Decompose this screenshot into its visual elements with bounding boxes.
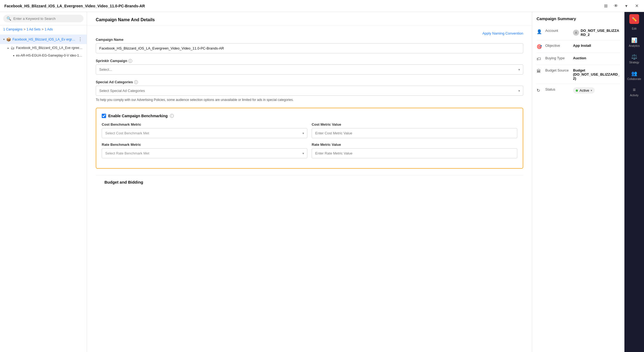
- breadcrumb-campaigns[interactable]: 1 Campaigns: [3, 27, 23, 31]
- benchmark-info-icon[interactable]: i: [170, 114, 174, 118]
- main-layout: 🔍 1 Campaigns > 1 Ad Sets > 1 Ads ▾ 📦 Fa…: [0, 12, 644, 352]
- adset-icon: 🗂: [11, 46, 14, 50]
- nav-item-analytics[interactable]: 📊 Analytics: [624, 35, 644, 50]
- close-icon[interactable]: ✕: [634, 3, 640, 9]
- budget-source-label: Budget Source: [545, 68, 570, 72]
- benchmark-cost-row: Cost Benchmark Metric Select Cost Benchm…: [102, 122, 517, 138]
- account-value: DO_NOT_USE_BLIZZARD_2: [581, 29, 620, 37]
- summary-row-budget-source: 🏛 Budget Source Budget (DO_NOT_USE_BLIZZ…: [537, 65, 620, 84]
- status-label: Status: [545, 87, 570, 91]
- special-ad-label: Special Ad Categories i: [96, 80, 523, 84]
- analytics-label: Analytics: [629, 44, 640, 47]
- benchmark-title[interactable]: Enable Campaign Benchmarking: [108, 114, 168, 118]
- tree-label-ad: es-AR-HS-EGUA-EG-Gameplay-0-V ideo-1920x…: [16, 54, 83, 57]
- status-badge[interactable]: Active ▾: [573, 87, 595, 94]
- right-panel: Campaign Summary 👤 Account A DO_NOT_USE_…: [532, 12, 624, 352]
- rate-benchmark-label: Rate Benchmark Metric: [102, 143, 307, 147]
- tree-area: ▾ 📦 Facebook_HS_Blizzard_iOS_LA_Ev ergre…: [0, 33, 87, 352]
- special-ad-info-icon[interactable]: i: [134, 80, 138, 84]
- search-input-wrap[interactable]: 🔍: [3, 15, 83, 22]
- rate-benchmark-select[interactable]: Select Rate Benchmark Met: [102, 148, 307, 158]
- summary-row-objective: 🎯 Objective App Install: [537, 40, 620, 53]
- buying-type-label: Buying Type: [545, 56, 570, 60]
- cost-benchmark-select[interactable]: Select Cost Benchmark Met: [102, 128, 307, 138]
- tree-item-ad[interactable]: ▪ es-AR-HS-EGUA-EG-Gameplay-0-V ideo-192…: [0, 52, 87, 59]
- objective-icon: 🎯: [537, 44, 542, 49]
- status-icon: ↻: [537, 88, 542, 93]
- window-title: Facebook_HS_Blizzard_iOS_LA_Evergreen_Vi…: [4, 4, 145, 8]
- campaign-name-group: Campaign Name: [96, 38, 523, 53]
- campaign-name-input[interactable]: [96, 43, 523, 53]
- chevron-icon: ▾: [3, 38, 5, 41]
- activity-label: Activity: [630, 94, 639, 97]
- title-bar: Facebook_HS_Blizzard_iOS_LA_Evergreen_Vi…: [0, 0, 644, 12]
- status-value: Active: [580, 88, 589, 92]
- status-chevron-icon: ▾: [591, 89, 592, 92]
- sprinklr-info-icon[interactable]: i: [128, 59, 132, 63]
- edit-label: Edit: [632, 27, 636, 30]
- budget-source-icon: 🏛: [537, 69, 542, 74]
- sprinklr-campaign-select[interactable]: Select...: [96, 64, 523, 75]
- tree-label-campaign: Facebook_HS_Blizzard_iOS_LA_Ev ergreen_V…: [13, 38, 75, 41]
- strategy-label: Strategy: [629, 61, 639, 64]
- search-box: 🔍: [0, 12, 87, 25]
- tree-item-adset[interactable]: ▸ 🗂 Facebook_HS_Blizzard_iOS_LA_Eve rgre…: [0, 44, 87, 52]
- edit-icon[interactable]: ✏️: [629, 14, 639, 24]
- search-input[interactable]: [13, 17, 80, 21]
- rate-benchmark-group: Rate Benchmark Metric Select Rate Benchm…: [102, 143, 307, 158]
- special-ad-select[interactable]: Select Special Ad Categories: [96, 86, 523, 96]
- account-icon-symbol: 👤: [537, 29, 542, 34]
- special-ad-select-wrap: Select Special Ad Categories: [96, 86, 523, 96]
- activity-icon: ≡: [633, 87, 636, 93]
- campaign-icon: 📦: [6, 37, 11, 42]
- summary-row-buying-type: 🏷 Buying Type Auction: [537, 53, 620, 65]
- search-icon: 🔍: [7, 16, 11, 21]
- sprinklr-campaign-label: Sprinklr Campaign i: [96, 59, 523, 63]
- rate-metric-group: Rate Metric Value: [312, 143, 517, 158]
- cost-metric-input[interactable]: [312, 128, 517, 138]
- campaign-name-label: Campaign Name: [96, 38, 523, 42]
- center-content: Campaign Name And Details Apply Naming C…: [87, 12, 532, 352]
- tree-item-campaign[interactable]: ▾ 📦 Facebook_HS_Blizzard_iOS_LA_Ev ergre…: [0, 35, 87, 44]
- budget-source-value: Budget (DO_NOT_USE_BLIZZARD_2): [573, 68, 620, 81]
- benchmark-checkbox-wrap[interactable]: [102, 114, 106, 118]
- apply-convention-row: Apply Naming Convention: [96, 31, 523, 35]
- tree-label-adset: Facebook_HS_Blizzard_iOS_LA_Eve rgreen_V…: [16, 46, 83, 50]
- breadcrumb-sep1: >: [24, 27, 26, 31]
- more-menu-button-campaign[interactable]: ⋮: [77, 36, 83, 42]
- panel-title: Campaign Summary: [537, 16, 620, 21]
- status-dot: [576, 89, 578, 92]
- breadcrumb: 1 Campaigns > 1 Ad Sets > 1 Ads: [0, 25, 87, 33]
- budget-section-title: Budget and Bidding: [96, 175, 523, 187]
- title-bar-actions: ⊞ 👁 ▾ ✕: [603, 3, 640, 9]
- summary-row-status: ↻ Status Active ▾: [537, 84, 620, 97]
- sprinklr-campaign-select-wrap: Select...: [96, 64, 523, 75]
- chevron-icon-adset: ▸: [8, 47, 9, 50]
- grid-icon[interactable]: ⊞: [603, 3, 609, 9]
- special-ad-hint: To help you comply with our Advertising …: [96, 97, 523, 102]
- nav-item-strategy[interactable]: ⚖️ Strategy: [624, 51, 644, 67]
- eye-icon[interactable]: 👁: [613, 3, 619, 9]
- rate-metric-input[interactable]: [312, 148, 517, 158]
- summary-row-account: 👤 Account A DO_NOT_USE_BLIZZARD_2: [537, 25, 620, 40]
- apply-convention-link[interactable]: Apply Naming Convention: [482, 31, 523, 35]
- collaborate-icon: 👥: [631, 70, 637, 76]
- analytics-icon: 📊: [631, 37, 637, 43]
- nav-item-activity[interactable]: ≡ Activity: [624, 84, 644, 100]
- strategy-icon: ⚖️: [631, 54, 637, 60]
- buying-type-value: Auction: [573, 56, 620, 60]
- benchmark-header: Enable Campaign Benchmarking i: [102, 114, 517, 118]
- objective-value: App Install: [573, 44, 620, 48]
- benchmark-rate-row: Rate Benchmark Metric Select Rate Benchm…: [102, 143, 517, 158]
- breadcrumb-sep2: >: [42, 27, 44, 31]
- benchmark-checkbox[interactable]: [102, 114, 106, 118]
- chevron-down-icon[interactable]: ▾: [623, 3, 629, 9]
- breadcrumb-ads[interactable]: 1 Ads: [45, 27, 53, 31]
- nav-item-collaborate[interactable]: 👥 Collaborate: [624, 68, 644, 83]
- breadcrumb-adsets[interactable]: 1 Ad Sets: [27, 27, 41, 31]
- cost-benchmark-label: Cost Benchmark Metric: [102, 122, 307, 126]
- form-area: Apply Naming Convention Campaign Name Sp…: [87, 26, 532, 192]
- far-right-nav: ✏️ Edit 📊 Analytics ⚖️ Strategy 👥 Collab…: [624, 12, 644, 352]
- buying-type-icon: 🏷: [537, 57, 542, 61]
- cost-benchmark-select-wrap: Select Cost Benchmark Met: [102, 128, 307, 138]
